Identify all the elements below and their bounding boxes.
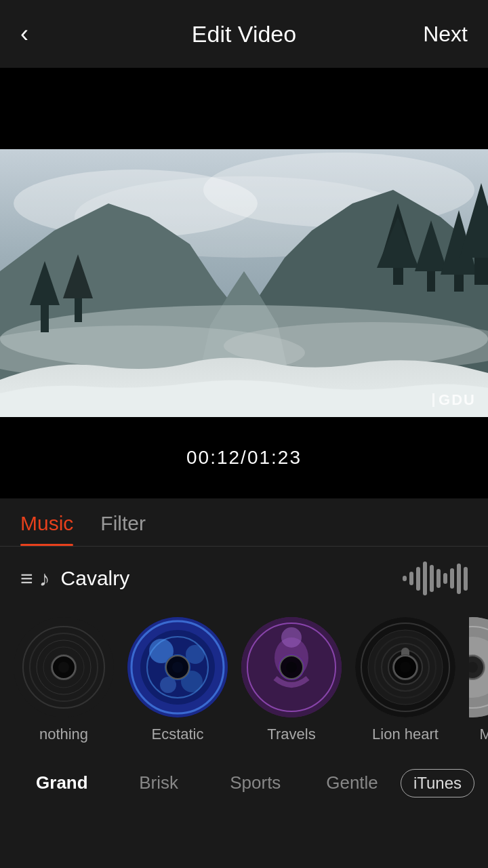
video-landscape [0, 149, 488, 417]
page-title: Edit Video [192, 21, 296, 47]
track-label-travels: Travels [267, 726, 315, 743]
video-timer: 00:12/01:23 [186, 447, 302, 469]
wave-bar-4 [423, 561, 427, 595]
track-disc-ecstatic [127, 617, 228, 717]
video-frame: GDU [0, 149, 488, 417]
category-row: Grand Brisk Sports Gentle iTunes [0, 757, 488, 812]
disc-center-travels [279, 655, 304, 679]
category-sports[interactable]: Sports [207, 767, 304, 799]
svg-point-43 [281, 627, 302, 648]
wave-bar-5 [430, 565, 434, 592]
wave-bar-2 [409, 572, 413, 585]
top-black-bar [0, 68, 488, 149]
back-button[interactable]: ‹ [20, 20, 28, 48]
category-grand[interactable]: Grand [14, 767, 110, 799]
music-info: ≡ ♪ Cavalry [20, 566, 129, 591]
track-label-nothing: nothing [39, 726, 88, 743]
category-gentle[interactable]: Gentle [304, 767, 401, 799]
wave-bar-7 [443, 573, 447, 584]
track-disc-nothing [14, 617, 114, 717]
waveform-display [403, 561, 468, 595]
tab-music[interactable]: Music [20, 498, 73, 546]
category-brisk[interactable]: Brisk [110, 767, 207, 799]
tabs-section: Music Filter [0, 498, 488, 547]
track-travels[interactable]: Travels [241, 617, 342, 743]
disc-center-ecstatic [165, 655, 190, 679]
wave-bar-9 [457, 564, 461, 594]
music-list-icon: ≡ ♪ [20, 566, 50, 591]
tab-filter[interactable]: Filter [100, 498, 146, 546]
track-lionheart[interactable]: Lion heart [355, 617, 455, 743]
track-nothing[interactable]: nothing [14, 617, 114, 743]
tracks-scroll[interactable]: nothing Ecstatic [0, 610, 488, 757]
track-disc-partial [469, 617, 488, 717]
wave-bar-10 [464, 567, 468, 591]
category-itunes[interactable]: iTunes [401, 769, 474, 797]
track-label-ecstatic: Ecstatic [151, 726, 203, 743]
wave-bar-6 [436, 569, 441, 588]
disc-center-nothing [52, 655, 76, 679]
gdu-watermark: GDU [432, 391, 476, 409]
track-disc-lionheart [355, 617, 455, 717]
current-track-name: Cavalry [61, 567, 130, 590]
track-label-lionheart: Lion heart [372, 726, 439, 743]
track-disc-travels [241, 617, 342, 717]
wave-bar-8 [450, 568, 454, 589]
track-ecstatic[interactable]: Ecstatic [127, 617, 228, 743]
wave-bar-1 [403, 576, 407, 581]
music-playing-row: ≡ ♪ Cavalry [0, 547, 488, 610]
video-player[interactable]: GDU [0, 149, 488, 417]
next-button[interactable]: Next [423, 22, 468, 47]
video-timer-bar: 00:12/01:23 [0, 417, 488, 498]
track-label-partial: Mu... [480, 726, 488, 743]
disc-center-lionheart [393, 655, 418, 679]
wave-bar-3 [416, 567, 420, 591]
header: ‹ Edit Video Next [0, 0, 488, 68]
tabs-row: Music Filter [20, 498, 468, 546]
track-partial[interactable]: Mu... [469, 617, 488, 743]
